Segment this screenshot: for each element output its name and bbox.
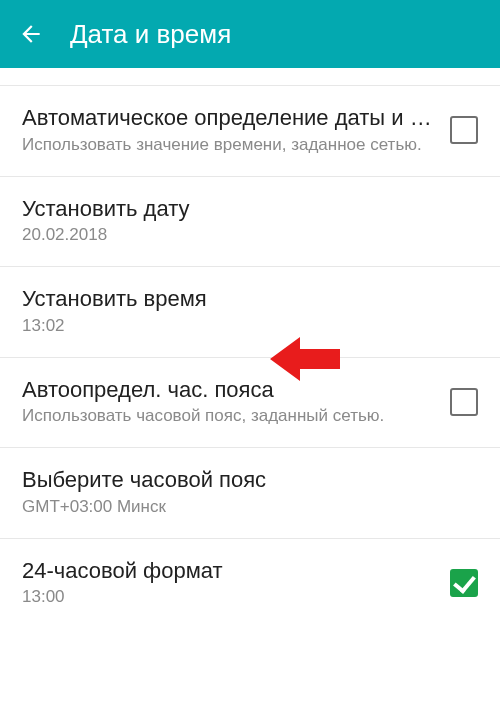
auto-datetime-row[interactable]: Автоматическое определение даты и времен… [0, 86, 500, 177]
auto-datetime-title: Автоматическое определение даты и времен… [22, 104, 434, 132]
format24-row[interactable]: 24-часовой формат 13:00 [0, 539, 500, 629]
auto-datetime-subtitle: Использовать значение времени, заданное … [22, 134, 434, 156]
back-icon[interactable] [18, 21, 44, 47]
select-tz-row[interactable]: Выберите часовой пояс GMT+03:00 Минск [0, 448, 500, 539]
set-time-title: Установить время [22, 285, 478, 313]
appbar: Дата и время [0, 0, 500, 68]
select-tz-subtitle: GMT+03:00 Минск [22, 496, 478, 518]
format24-checkbox[interactable] [450, 569, 478, 597]
format24-title: 24-часовой формат [22, 557, 434, 585]
set-time-subtitle: 13:02 [22, 315, 478, 337]
set-date-title: Установить дату [22, 195, 478, 223]
auto-datetime-checkbox[interactable] [450, 116, 478, 144]
set-date-row[interactable]: Установить дату 20.02.2018 [0, 177, 500, 268]
auto-tz-checkbox[interactable] [450, 388, 478, 416]
top-spacer [0, 68, 500, 86]
auto-tz-subtitle: Использовать часовой пояс, заданный сеть… [22, 405, 434, 427]
auto-tz-row[interactable]: Автоопредел. час. пояса Использовать час… [0, 358, 500, 449]
auto-tz-title: Автоопредел. час. пояса [22, 376, 434, 404]
set-time-row[interactable]: Установить время 13:02 [0, 267, 500, 358]
page-title: Дата и время [70, 19, 231, 50]
select-tz-title: Выберите часовой пояс [22, 466, 478, 494]
set-date-subtitle: 20.02.2018 [22, 224, 478, 246]
format24-subtitle: 13:00 [22, 586, 434, 608]
